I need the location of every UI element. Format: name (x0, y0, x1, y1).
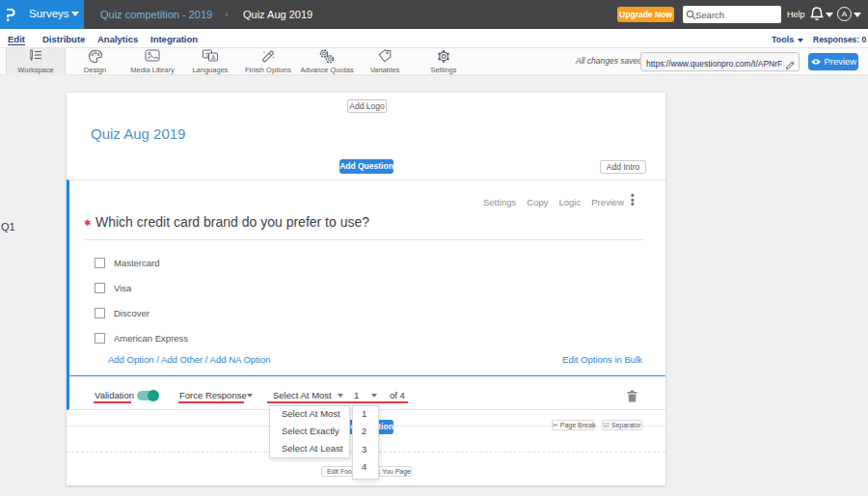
svg-text:A: A (211, 54, 216, 61)
